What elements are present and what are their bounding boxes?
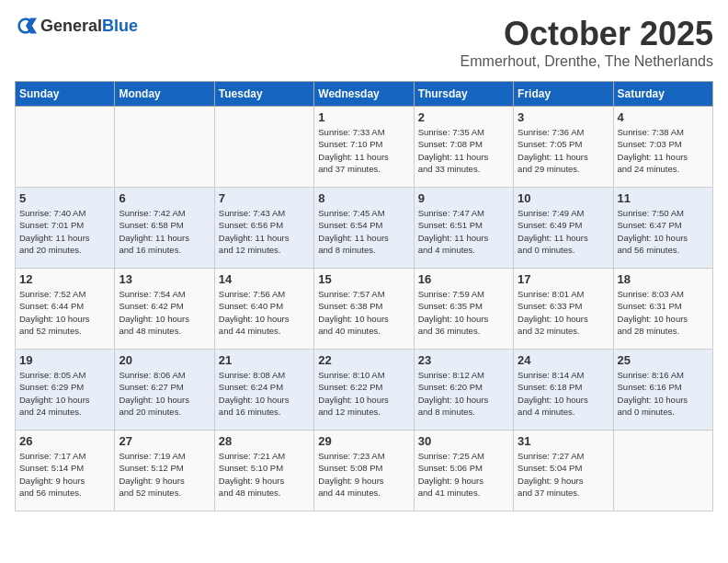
day-number: 2 xyxy=(418,110,509,124)
calendar-cell: 7Sunrise: 7:43 AM Sunset: 6:56 PM Daylig… xyxy=(214,188,313,269)
day-number: 20 xyxy=(119,353,210,367)
calendar-cell: 16Sunrise: 7:59 AM Sunset: 6:35 PM Dayli… xyxy=(414,269,513,350)
page-header: GeneralBlue October 2025 Emmerhout, Dren… xyxy=(15,15,713,70)
calendar-cell: 8Sunrise: 7:45 AM Sunset: 6:54 PM Daylig… xyxy=(314,188,414,269)
day-number: 21 xyxy=(219,353,310,367)
day-number: 9 xyxy=(418,191,509,205)
calendar-header-row: SundayMondayTuesdayWednesdayThursdayFrid… xyxy=(16,82,713,107)
day-header-tuesday: Tuesday xyxy=(214,82,313,107)
day-header-monday: Monday xyxy=(115,82,214,107)
title-block: October 2025 Emmerhout, Drenthe, The Net… xyxy=(461,15,713,70)
calendar-cell: 9Sunrise: 7:47 AM Sunset: 6:51 PM Daylig… xyxy=(414,188,513,269)
day-number: 15 xyxy=(318,272,409,286)
day-number: 6 xyxy=(119,191,210,205)
calendar-cell: 14Sunrise: 7:56 AM Sunset: 6:40 PM Dayli… xyxy=(214,269,313,350)
calendar-cell: 29Sunrise: 7:23 AM Sunset: 5:08 PM Dayli… xyxy=(314,431,414,511)
calendar-cell: 18Sunrise: 8:03 AM Sunset: 6:31 PM Dayli… xyxy=(613,269,712,350)
cell-content: Sunrise: 8:14 AM Sunset: 6:18 PM Dayligh… xyxy=(518,369,609,418)
day-number: 23 xyxy=(418,353,509,367)
calendar-cell: 23Sunrise: 8:12 AM Sunset: 6:20 PM Dayli… xyxy=(414,350,513,431)
cell-content: Sunrise: 7:59 AM Sunset: 6:35 PM Dayligh… xyxy=(418,288,509,337)
cell-content: Sunrise: 8:16 AM Sunset: 6:16 PM Dayligh… xyxy=(618,369,709,418)
logo-text: GeneralBlue xyxy=(40,17,138,36)
calendar-week-row: 26Sunrise: 7:17 AM Sunset: 5:14 PM Dayli… xyxy=(16,431,713,511)
calendar-cell xyxy=(613,431,712,511)
cell-content: Sunrise: 7:43 AM Sunset: 6:56 PM Dayligh… xyxy=(219,207,310,256)
day-number: 27 xyxy=(119,434,210,448)
calendar-cell: 17Sunrise: 8:01 AM Sunset: 6:33 PM Dayli… xyxy=(514,269,613,350)
day-number: 31 xyxy=(518,434,609,448)
day-header-wednesday: Wednesday xyxy=(314,82,414,107)
day-header-friday: Friday xyxy=(514,82,613,107)
calendar-week-row: 5Sunrise: 7:40 AM Sunset: 7:01 PM Daylig… xyxy=(16,188,713,269)
calendar-cell: 20Sunrise: 8:06 AM Sunset: 6:27 PM Dayli… xyxy=(115,350,214,431)
day-number: 22 xyxy=(318,353,409,367)
day-number: 5 xyxy=(19,191,110,205)
calendar-week-row: 19Sunrise: 8:05 AM Sunset: 6:29 PM Dayli… xyxy=(16,350,713,431)
day-number: 16 xyxy=(418,272,509,286)
day-number: 3 xyxy=(518,110,609,124)
calendar-cell xyxy=(16,107,115,188)
calendar-cell: 26Sunrise: 7:17 AM Sunset: 5:14 PM Dayli… xyxy=(16,431,115,511)
cell-content: Sunrise: 7:25 AM Sunset: 5:06 PM Dayligh… xyxy=(418,450,509,499)
calendar-cell: 4Sunrise: 7:38 AM Sunset: 7:03 PM Daylig… xyxy=(613,107,712,188)
cell-content: Sunrise: 8:12 AM Sunset: 6:20 PM Dayligh… xyxy=(418,369,509,418)
calendar-cell: 15Sunrise: 7:57 AM Sunset: 6:38 PM Dayli… xyxy=(314,269,414,350)
cell-content: Sunrise: 7:23 AM Sunset: 5:08 PM Dayligh… xyxy=(318,450,409,499)
day-number: 29 xyxy=(318,434,409,448)
cell-content: Sunrise: 7:36 AM Sunset: 7:05 PM Dayligh… xyxy=(518,126,609,175)
day-number: 24 xyxy=(518,353,609,367)
calendar-table: SundayMondayTuesdayWednesdayThursdayFrid… xyxy=(15,81,713,511)
location-subtitle: Emmerhout, Drenthe, The Netherlands xyxy=(461,53,713,70)
day-number: 19 xyxy=(19,353,110,367)
cell-content: Sunrise: 7:35 AM Sunset: 7:08 PM Dayligh… xyxy=(418,126,509,175)
cell-content: Sunrise: 7:57 AM Sunset: 6:38 PM Dayligh… xyxy=(318,288,409,337)
cell-content: Sunrise: 7:19 AM Sunset: 5:12 PM Dayligh… xyxy=(119,450,210,499)
cell-content: Sunrise: 7:42 AM Sunset: 6:58 PM Dayligh… xyxy=(119,207,210,256)
day-number: 7 xyxy=(219,191,310,205)
cell-content: Sunrise: 7:47 AM Sunset: 6:51 PM Dayligh… xyxy=(418,207,509,256)
cell-content: Sunrise: 7:27 AM Sunset: 5:04 PM Dayligh… xyxy=(518,450,609,499)
calendar-cell: 25Sunrise: 8:16 AM Sunset: 6:16 PM Dayli… xyxy=(613,350,712,431)
day-header-saturday: Saturday xyxy=(613,82,712,107)
day-number: 8 xyxy=(318,191,409,205)
calendar-cell: 31Sunrise: 7:27 AM Sunset: 5:04 PM Dayli… xyxy=(514,431,613,511)
calendar-cell: 24Sunrise: 8:14 AM Sunset: 6:18 PM Dayli… xyxy=(514,350,613,431)
calendar-cell xyxy=(214,107,313,188)
day-number: 11 xyxy=(618,191,709,205)
day-number: 13 xyxy=(119,272,210,286)
day-header-sunday: Sunday xyxy=(16,82,115,107)
cell-content: Sunrise: 8:03 AM Sunset: 6:31 PM Dayligh… xyxy=(618,288,709,337)
calendar-cell: 21Sunrise: 8:08 AM Sunset: 6:24 PM Dayli… xyxy=(214,350,313,431)
cell-content: Sunrise: 7:54 AM Sunset: 6:42 PM Dayligh… xyxy=(119,288,210,337)
day-number: 4 xyxy=(618,110,709,124)
calendar-cell: 19Sunrise: 8:05 AM Sunset: 6:29 PM Dayli… xyxy=(16,350,115,431)
day-number: 1 xyxy=(318,110,409,124)
calendar-cell: 28Sunrise: 7:21 AM Sunset: 5:10 PM Dayli… xyxy=(214,431,313,511)
cell-content: Sunrise: 7:45 AM Sunset: 6:54 PM Dayligh… xyxy=(318,207,409,256)
day-number: 28 xyxy=(219,434,310,448)
day-number: 14 xyxy=(219,272,310,286)
cell-content: Sunrise: 7:40 AM Sunset: 7:01 PM Dayligh… xyxy=(19,207,110,256)
cell-content: Sunrise: 8:01 AM Sunset: 6:33 PM Dayligh… xyxy=(518,288,609,337)
cell-content: Sunrise: 7:21 AM Sunset: 5:10 PM Dayligh… xyxy=(219,450,310,499)
cell-content: Sunrise: 7:49 AM Sunset: 6:49 PM Dayligh… xyxy=(518,207,609,256)
calendar-cell: 11Sunrise: 7:50 AM Sunset: 6:47 PM Dayli… xyxy=(613,188,712,269)
calendar-cell: 22Sunrise: 8:10 AM Sunset: 6:22 PM Dayli… xyxy=(314,350,414,431)
calendar-cell: 3Sunrise: 7:36 AM Sunset: 7:05 PM Daylig… xyxy=(514,107,613,188)
calendar-week-row: 12Sunrise: 7:52 AM Sunset: 6:44 PM Dayli… xyxy=(16,269,713,350)
calendar-cell: 1Sunrise: 7:33 AM Sunset: 7:10 PM Daylig… xyxy=(314,107,414,188)
calendar-cell: 6Sunrise: 7:42 AM Sunset: 6:58 PM Daylig… xyxy=(115,188,214,269)
day-number: 17 xyxy=(518,272,609,286)
cell-content: Sunrise: 7:38 AM Sunset: 7:03 PM Dayligh… xyxy=(618,126,709,175)
calendar-cell: 13Sunrise: 7:54 AM Sunset: 6:42 PM Dayli… xyxy=(115,269,214,350)
month-title: October 2025 xyxy=(461,15,713,53)
calendar-cell: 10Sunrise: 7:49 AM Sunset: 6:49 PM Dayli… xyxy=(514,188,613,269)
cell-content: Sunrise: 7:52 AM Sunset: 6:44 PM Dayligh… xyxy=(19,288,110,337)
day-number: 12 xyxy=(19,272,110,286)
cell-content: Sunrise: 8:10 AM Sunset: 6:22 PM Dayligh… xyxy=(318,369,409,418)
cell-content: Sunrise: 8:08 AM Sunset: 6:24 PM Dayligh… xyxy=(219,369,310,418)
cell-content: Sunrise: 7:33 AM Sunset: 7:10 PM Dayligh… xyxy=(318,126,409,175)
day-number: 18 xyxy=(618,272,709,286)
cell-content: Sunrise: 7:17 AM Sunset: 5:14 PM Dayligh… xyxy=(19,450,110,499)
